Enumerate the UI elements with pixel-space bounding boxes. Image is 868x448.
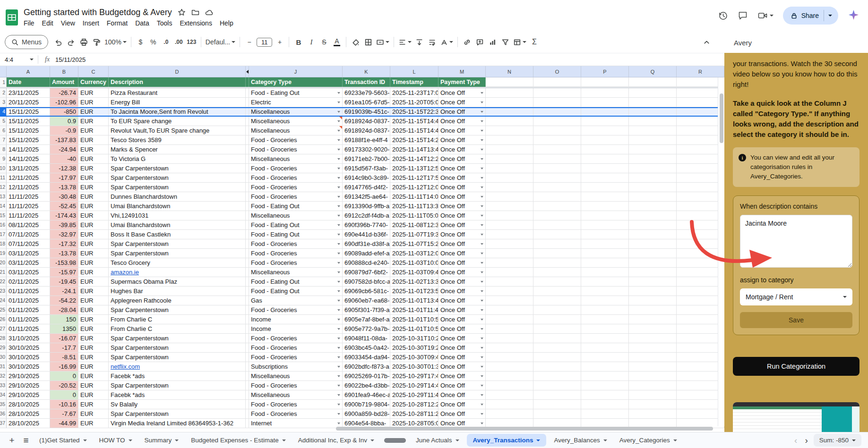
cell-empty[interactable] — [629, 343, 677, 353]
cell-transaction-id[interactable]: 6907582d-bfcc-a — [343, 277, 390, 287]
vertical-scrollbar-thumb[interactable] — [720, 93, 723, 143]
cell-category-type[interactable]: Food - Groceries — [249, 164, 343, 173]
cell-category-type[interactable]: Food - Groceries — [249, 135, 343, 145]
header-timestamp[interactable]: Timestamp — [390, 77, 438, 87]
scroll-tabs-right-button[interactable]: › — [805, 435, 808, 446]
cell-category-type[interactable]: Miscellaneous — [249, 390, 343, 400]
cell-empty[interactable] — [486, 202, 533, 211]
cell-category-type[interactable]: Income — [249, 315, 343, 324]
cell-date[interactable]: 14/11/2025 — [7, 145, 50, 154]
cell-empty[interactable] — [629, 372, 677, 381]
cell-date[interactable]: 15/11/2025 — [7, 135, 50, 145]
cell-description[interactable]: To EUR Spare change — [109, 117, 246, 126]
cell-empty[interactable] — [677, 372, 724, 381]
cell-empty[interactable] — [533, 154, 581, 164]
cell-empty[interactable] — [581, 135, 629, 145]
cell-empty[interactable] — [533, 277, 581, 287]
cell-empty[interactable] — [581, 258, 629, 268]
cell-empty[interactable] — [581, 107, 629, 117]
column-header-p[interactable]: P — [581, 66, 629, 77]
merge-cells-button[interactable] — [375, 35, 391, 49]
cell-timestamp[interactable]: 2025-11-07T15:2 — [390, 239, 438, 249]
cell-payment-type[interactable]: Once Off — [438, 324, 486, 334]
tab-budgeted-expenses-estimate[interactable]: Budgeted Expenses - Estimate — [185, 432, 292, 448]
cell-empty[interactable] — [677, 88, 724, 98]
cell-date[interactable]: 08/11/2025 — [7, 220, 50, 230]
column-header-j[interactable]: J — [249, 66, 343, 77]
cell-transaction-id[interactable]: 6905f301-7f39-a — [343, 305, 390, 315]
cell-empty[interactable] — [629, 277, 677, 287]
cell-timestamp[interactable]: 2025-11-20T05:0 — [390, 98, 438, 107]
cell-empty[interactable] — [677, 362, 724, 372]
cell-payment-type[interactable]: Once Off — [438, 353, 486, 362]
cell-description[interactable]: Spar Carpenterstown — [109, 334, 246, 343]
functions-button[interactable]: Σ — [528, 35, 541, 49]
cell-empty[interactable] — [581, 145, 629, 154]
cell-date[interactable]: 29/10/2025 — [7, 372, 50, 381]
cell-amount[interactable]: -13.78 — [50, 249, 78, 258]
cell-payment-type[interactable]: Once Off — [438, 126, 486, 135]
cell-empty[interactable] — [533, 202, 581, 211]
cell-timestamp[interactable]: 2025-11-11T05:0 — [390, 211, 438, 220]
cell-empty[interactable] — [677, 107, 724, 117]
cell-empty[interactable] — [486, 258, 533, 268]
cell-empty[interactable] — [677, 202, 724, 211]
cell-timestamp[interactable]: 2025-11-13T12:5 — [390, 164, 438, 173]
cell-category-type[interactable]: Food - Groceries — [249, 343, 343, 353]
cell-empty[interactable] — [677, 324, 724, 334]
cell-transaction-id[interactable]: 690879d7-6bf2- — [343, 268, 390, 277]
cell-empty[interactable] — [677, 239, 724, 249]
cell-empty[interactable] — [533, 390, 581, 400]
cell-payment-type[interactable]: Once Off — [438, 343, 486, 353]
cell-empty[interactable] — [533, 126, 581, 135]
row-number[interactable]: 16 — [0, 220, 7, 230]
cell-empty[interactable] — [533, 258, 581, 268]
menu-data[interactable]: Data — [131, 18, 153, 28]
horizontal-align-button[interactable] — [397, 35, 413, 49]
cell-transaction-id[interactable]: 690888cd-e240- — [343, 258, 390, 268]
cell-timestamp[interactable]: 2025-10-29T14:4 — [390, 381, 438, 390]
cell-empty[interactable] — [486, 230, 533, 239]
cell-empty[interactable] — [533, 362, 581, 372]
comments-icon[interactable] — [738, 10, 748, 21]
cell-empty[interactable] — [486, 220, 533, 230]
row-number[interactable]: 1 — [0, 77, 7, 87]
cell-date[interactable]: 11/11/2025 — [7, 202, 50, 211]
menus-search-button[interactable]: Menus — [5, 35, 48, 49]
cell-empty[interactable] — [581, 211, 629, 220]
cell-empty[interactable] — [629, 315, 677, 324]
cell-empty[interactable] — [677, 277, 724, 287]
cell-empty[interactable] — [581, 400, 629, 409]
cell-payment-type[interactable]: Once Off — [438, 277, 486, 287]
cell-payment-type[interactable]: Once Off — [438, 372, 486, 381]
cell-date[interactable]: 20/11/2025 — [7, 98, 50, 107]
cell-empty[interactable] — [533, 211, 581, 220]
cell-empty[interactable] — [581, 249, 629, 258]
cell-empty[interactable] — [533, 192, 581, 202]
cell-empty[interactable] — [581, 173, 629, 183]
row-number[interactable]: 32 — [0, 372, 7, 381]
cell-category-type[interactable]: Food - Eating Out — [249, 277, 343, 287]
cell-empty[interactable] — [629, 381, 677, 390]
cell-empty[interactable] — [533, 107, 581, 117]
cell-payment-type[interactable]: Once Off — [438, 249, 486, 258]
cell-empty[interactable] — [677, 98, 724, 107]
cell-empty[interactable] — [581, 305, 629, 315]
cell-empty[interactable] — [486, 183, 533, 192]
cell-empty[interactable] — [581, 88, 629, 98]
column-header-n[interactable]: N — [486, 66, 533, 77]
cell-description[interactable]: Vhi,12491031 — [109, 211, 246, 220]
cell-empty[interactable] — [486, 164, 533, 173]
cell-date[interactable]: 01/11/2025 — [7, 287, 50, 296]
cell-timestamp[interactable]: 2025-11-03T10:0 — [390, 258, 438, 268]
cell-payment-type[interactable]: Once Off — [438, 268, 486, 277]
cell-payment-type[interactable]: Once Off — [438, 135, 486, 145]
cell-date[interactable]: 31/10/2025 — [7, 334, 50, 343]
cell-empty[interactable] — [486, 400, 533, 409]
cell-transaction-id[interactable]: 6915d567-f3ab- — [343, 164, 390, 173]
cell-category-type[interactable]: Internet — [249, 419, 343, 428]
cell-transaction-id[interactable]: 6905e772-9a7b- — [343, 324, 390, 334]
cell-empty[interactable] — [677, 145, 724, 154]
cell-timestamp[interactable]: 2025-10-30T09:4 — [390, 353, 438, 362]
cell-empty[interactable] — [533, 268, 581, 277]
